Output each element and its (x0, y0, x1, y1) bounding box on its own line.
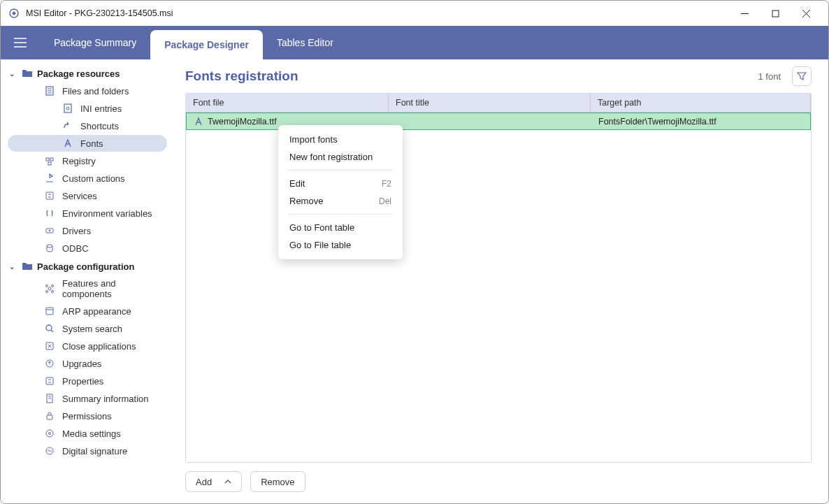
upgrades-icon (44, 358, 55, 369)
menu-shortcut: Del (379, 196, 391, 206)
shortcut-icon (62, 120, 73, 131)
menu-label: Remove (289, 196, 323, 206)
svg-rect-15 (50, 158, 53, 161)
sidebar-item-registry[interactable]: Registry (8, 152, 167, 169)
services-icon (44, 190, 55, 201)
sidebar-item-fonts[interactable]: Fonts (8, 135, 167, 152)
menu-item-remove[interactable]: RemoveDel (278, 192, 403, 210)
ini-icon (62, 103, 73, 114)
sidebar-item-properties[interactable]: Properties (8, 373, 167, 389)
sidebar-item-permissions[interactable]: Permissions (8, 408, 167, 424)
cell-target-path: FontsFolder\TwemojiMozilla.ttf (591, 117, 810, 127)
folder-icon (22, 68, 33, 79)
svg-point-21 (49, 230, 50, 231)
menu-label: Import fonts (289, 134, 338, 145)
svg-rect-12 (64, 104, 71, 113)
menu-item-new-font-registration[interactable]: New font registration (278, 148, 403, 166)
sidebar-item-odbc[interactable]: ODBC (8, 240, 167, 257)
remove-label: Remove (261, 477, 294, 487)
svg-rect-16 (48, 162, 51, 165)
svg-rect-17 (46, 192, 53, 199)
sidebar-item-label: Summary information (62, 394, 149, 404)
folder-icon (22, 261, 33, 272)
table-header: Font file Font title Target path (186, 94, 811, 113)
tab-package-summary[interactable]: Package Summary (40, 26, 150, 59)
sidebar-item-label: Properties (62, 376, 103, 387)
sidebar-item-env-vars[interactable]: Environment variables (8, 205, 167, 222)
features-icon (44, 283, 55, 294)
tab-bar: Package Summary Package Designer Tables … (1, 26, 828, 59)
sidebar-item-media[interactable]: Media settings (8, 425, 167, 442)
sidebar-group-header-configuration[interactable]: ⌄ Package configuration (5, 258, 170, 275)
sidebar-item-features[interactable]: Features and components (8, 275, 167, 302)
filter-button[interactable] (792, 66, 812, 86)
tab-tables-editor[interactable]: Tables Editor (263, 26, 347, 59)
svg-point-44 (49, 433, 51, 435)
sidebar-group-label: Package resources (37, 69, 120, 79)
header-right: 1 font (758, 66, 812, 86)
sidebar-item-services[interactable]: Services (8, 187, 167, 204)
sidebar-item-signature[interactable]: Digital signature (8, 442, 167, 459)
sidebar-item-files-folders[interactable]: Files and folders (8, 82, 167, 99)
sidebar-group-header-resources[interactable]: ⌄ Package resources (5, 65, 170, 82)
menu-item-edit[interactable]: EditF2 (278, 175, 403, 192)
minimize-button[interactable] (729, 3, 760, 24)
sidebar-item-label: Upgrades (62, 359, 101, 369)
sidebar-item-label: Custom actions (62, 173, 125, 184)
sidebar-item-label: ODBC (62, 243, 89, 254)
svg-point-27 (46, 291, 48, 293)
drivers-icon (44, 225, 55, 236)
svg-rect-42 (47, 415, 52, 419)
font-icon (62, 138, 73, 149)
menu-item-import-fonts[interactable]: Import fonts (278, 131, 403, 148)
tab-package-designer[interactable]: Package Designer (150, 30, 263, 59)
menu-label: Go to File table (289, 240, 351, 250)
page-title: Fonts registration (185, 69, 298, 84)
close-button[interactable] (791, 3, 821, 24)
cell-text: TwemojiMozilla.ttf (208, 117, 277, 127)
column-header-font-file[interactable]: Font file (186, 94, 389, 112)
svg-point-25 (52, 285, 54, 287)
sidebar-item-upgrades[interactable]: Upgrades (8, 355, 167, 372)
signature-icon (44, 445, 55, 456)
sidebar-item-label: Drivers (62, 226, 91, 236)
properties-icon (44, 375, 55, 387)
sidebar-item-close-apps[interactable]: Close applications (8, 338, 167, 354)
menu-label: New font registration (289, 152, 373, 162)
column-header-target-path[interactable]: Target path (591, 94, 811, 112)
menu-separator (288, 170, 393, 171)
lock-icon (44, 410, 55, 422)
env-icon (44, 208, 55, 219)
column-header-font-title[interactable]: Font title (389, 94, 591, 112)
add-label: Add (196, 477, 212, 487)
font-icon (194, 117, 203, 127)
svg-point-23 (48, 287, 51, 290)
sidebar-item-summary-info[interactable]: Summary information (8, 390, 167, 407)
svg-rect-36 (46, 377, 53, 384)
sidebar-item-label: INI entries (80, 103, 122, 114)
svg-point-24 (46, 285, 48, 287)
svg-rect-14 (46, 158, 49, 161)
sidebar-item-custom-actions[interactable]: Custom actions (8, 170, 167, 187)
svg-point-30 (46, 325, 52, 331)
remove-button[interactable]: Remove (250, 471, 305, 492)
titlebar: MSI Editor - PKG-230213-154505.msi (1, 1, 828, 26)
sidebar-group-configuration: ⌄ Package configuration Features and com… (5, 258, 170, 459)
filter-icon (797, 71, 807, 81)
svg-rect-28 (46, 308, 53, 315)
main-panel: Fonts registration 1 font Font file Font… (174, 59, 828, 503)
menu-item-goto-file-table[interactable]: Go to File table (278, 236, 403, 254)
menu-label: Go to Font table (289, 222, 354, 233)
sidebar-item-ini-entries[interactable]: INI entries (8, 100, 167, 117)
menu-item-goto-font-table[interactable]: Go to Font table (278, 219, 403, 236)
sidebar-item-label: Digital signature (62, 446, 127, 456)
sidebar-item-shortcuts[interactable]: Shortcuts (8, 117, 167, 134)
sidebar-item-system-search[interactable]: System search (8, 320, 167, 337)
sidebar-item-label: Fonts (80, 138, 103, 149)
sidebar-item-drivers[interactable]: Drivers (8, 222, 167, 239)
maximize-button[interactable] (760, 3, 791, 24)
summary-icon (44, 393, 55, 404)
hamburger-menu-button[interactable] (1, 26, 40, 59)
add-button[interactable]: Add (185, 471, 242, 492)
sidebar-item-arp[interactable]: ARP appearance (8, 303, 167, 319)
